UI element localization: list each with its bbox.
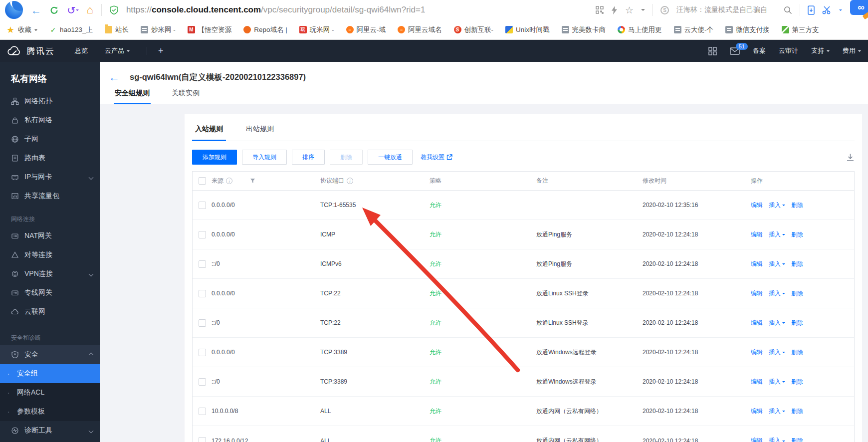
sidebar-item-network-acl[interactable]: ·网络ACL xyxy=(0,383,100,402)
sidebar-item-ip-nic[interactable]: IP与网卡 xyxy=(0,168,100,187)
topnav-item[interactable]: 总览 xyxy=(75,46,88,55)
send-to-phone-icon[interactable] xyxy=(808,5,815,15)
row-checkbox[interactable] xyxy=(199,408,206,415)
address-bar[interactable]: https://console.cloud.tencent.com/vpc/se… xyxy=(126,5,588,15)
edit-link[interactable]: 编辑 xyxy=(751,230,763,239)
select-all-checkbox[interactable] xyxy=(199,177,206,185)
bookmark-item[interactable]: 完美数卡商 xyxy=(562,25,606,34)
bookmark-item[interactable]: 马上使用更 xyxy=(618,25,662,34)
lightning-icon[interactable] xyxy=(611,6,618,14)
refresh-icon[interactable] xyxy=(49,5,59,15)
home-icon[interactable]: ⌂ xyxy=(87,4,93,15)
browser-corner-badge[interactable]: ∞ xyxy=(850,0,868,15)
insert-link[interactable]: 插入 xyxy=(769,378,785,386)
insert-link[interactable]: 插入 xyxy=(769,348,785,357)
delete-link[interactable]: 删除 xyxy=(791,319,803,327)
import-rule-button[interactable]: 导入规则 xyxy=(242,150,287,165)
bookmark-item[interactable]: ✓hao123_上 xyxy=(49,25,93,34)
edit-link[interactable]: 编辑 xyxy=(751,260,763,268)
add-tab-icon[interactable]: + xyxy=(158,46,164,56)
topnav-right-item[interactable]: 支持 xyxy=(811,46,830,55)
bookmark-item[interactable]: 玩玩米网 - xyxy=(299,25,334,34)
delete-button[interactable]: 删除 xyxy=(330,150,363,165)
undo-icon[interactable]: ↺ xyxy=(67,5,79,15)
row-checkbox[interactable] xyxy=(199,290,206,297)
sidebar-item-direct-connect-gateway[interactable]: 专线网关 xyxy=(0,283,100,302)
row-checkbox[interactable] xyxy=(199,260,206,268)
delete-link[interactable]: 删除 xyxy=(791,289,803,298)
bookmark-item[interactable]: Repo域名 | xyxy=(243,25,287,34)
filter-funnel-icon[interactable] xyxy=(250,178,255,184)
sidebar-item-security[interactable]: 安全 xyxy=(0,345,100,364)
tab-associated-instances[interactable]: 关联实例 xyxy=(171,89,201,104)
one-click-allow-button[interactable]: 一键放通 xyxy=(368,150,413,165)
edit-link[interactable]: 编辑 xyxy=(751,378,763,386)
sidebar-item-vpn[interactable]: VPN连接 xyxy=(0,264,100,283)
bookmark-item[interactable]: 微信支付接 xyxy=(725,25,770,34)
delete-link[interactable]: 删除 xyxy=(791,378,803,386)
insert-link[interactable]: 插入 xyxy=(769,260,785,268)
info-icon[interactable]: i xyxy=(226,178,232,184)
delete-link[interactable]: 删除 xyxy=(791,260,803,268)
sidebar-item-ccn[interactable]: 云联网 xyxy=(0,302,100,321)
screenshot-scissors-icon[interactable] xyxy=(822,6,832,14)
bookmark-item[interactable]: 炒米网 - xyxy=(141,25,176,34)
tab-inbound-rules[interactable]: 入站规则 xyxy=(192,122,226,141)
teach-me-link[interactable]: 教我设置 xyxy=(421,153,452,162)
back-button[interactable]: ← xyxy=(109,72,120,83)
edit-link[interactable]: 编辑 xyxy=(751,348,763,357)
bookmark-item[interactable]: Unix时间戳 xyxy=(505,25,550,34)
row-checkbox[interactable] xyxy=(199,349,206,356)
sidebar-item-network-topology[interactable]: 网络拓扑 xyxy=(0,92,100,111)
sidebar-item-diagnostic-tools[interactable]: 诊断工具 xyxy=(0,421,100,440)
sidebar-item-vpc[interactable]: 私有网络 xyxy=(0,111,100,130)
insert-link[interactable]: 插入 xyxy=(769,407,785,416)
topnav-item[interactable]: 云产品 xyxy=(105,46,130,55)
row-checkbox[interactable] xyxy=(199,202,206,209)
sidebar-item-shared-bandwidth[interactable]: 共享流量包 xyxy=(0,187,100,206)
insert-link[interactable]: 插入 xyxy=(769,230,785,239)
edit-link[interactable]: 编辑 xyxy=(751,289,763,298)
sidebar-item-nat-gateway[interactable]: NAT网关 xyxy=(0,226,100,245)
insert-link[interactable]: 插入 xyxy=(769,319,785,327)
sidebar-item-route-table[interactable]: 路由表 xyxy=(0,149,100,168)
tencent-cloud-logo[interactable]: 腾讯云 xyxy=(7,45,55,57)
scissors-dropdown-icon[interactable] xyxy=(839,9,842,12)
tab-outbound-rules[interactable]: 出站规则 xyxy=(243,122,277,141)
sidebar-item-peering[interactable]: 对等连接 xyxy=(0,245,100,264)
bookmark-item[interactable]: 第三方支 xyxy=(782,25,819,34)
bookmark-item[interactable]: 站长 xyxy=(105,25,129,34)
insert-link[interactable]: 插入 xyxy=(769,289,785,298)
bookmark-item[interactable]: S创新互联- xyxy=(454,25,494,34)
address-search-suggestion[interactable]: 汪海林：流量模式是自己骗自 xyxy=(676,5,776,14)
delete-link[interactable]: 删除 xyxy=(791,407,803,416)
edit-link[interactable]: 编辑 xyxy=(751,201,763,210)
qr-code-icon[interactable] xyxy=(596,6,604,14)
bookmark-item[interactable]: −阿里云-域 xyxy=(346,25,386,34)
edit-link[interactable]: 编辑 xyxy=(751,437,763,442)
topnav-right-item[interactable]: 备案 xyxy=(753,46,766,55)
https-shield-icon[interactable] xyxy=(110,5,118,15)
insert-link[interactable]: 插入 xyxy=(769,437,785,442)
sort-button[interactable]: 排序 xyxy=(292,150,325,165)
delete-link[interactable]: 删除 xyxy=(791,348,803,357)
row-checkbox[interactable] xyxy=(199,378,206,386)
sidebar-item-security-group[interactable]: ·安全组 xyxy=(0,364,100,383)
bookmark-item[interactable]: 云大使-个 xyxy=(674,25,714,34)
bookmark-item[interactable]: ★收藏 xyxy=(6,25,37,34)
info-icon[interactable]: i xyxy=(347,178,353,184)
back-icon[interactable]: ← xyxy=(31,5,41,15)
messages-icon[interactable]: 51 xyxy=(730,47,740,55)
bookmark-item[interactable]: −阿里云域名 xyxy=(398,25,442,34)
edit-link[interactable]: 编辑 xyxy=(751,319,763,327)
delete-link[interactable]: 删除 xyxy=(791,201,803,210)
add-rule-button[interactable]: 添加规则 xyxy=(192,150,237,165)
download-icon[interactable] xyxy=(846,153,855,162)
favorites-dropdown-icon[interactable] xyxy=(641,9,645,13)
delete-link[interactable]: 删除 xyxy=(791,437,803,442)
sidebar-item-parameter-template[interactable]: ·参数模板 xyxy=(0,402,100,421)
browser-logo[interactable] xyxy=(5,1,23,19)
insert-link[interactable]: 插入 xyxy=(769,201,785,210)
row-checkbox[interactable] xyxy=(199,437,206,442)
bookmark-item[interactable]: M【悟空资源 xyxy=(188,25,232,34)
